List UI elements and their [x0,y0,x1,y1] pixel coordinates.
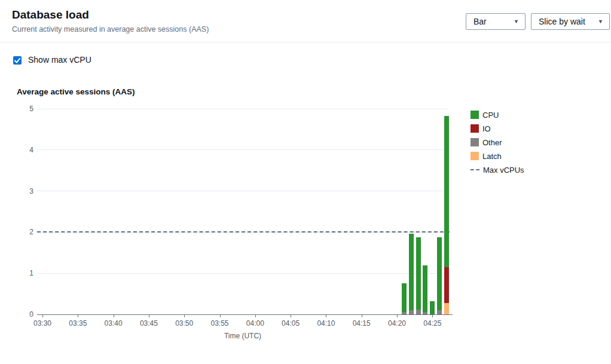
legend-label: IO [482,124,491,133]
legend-swatch-icon [471,111,479,119]
y-tick-label: 4 [17,146,33,154]
bar-segment-cpu[interactable] [409,234,414,310]
header-divider [0,42,611,42]
x-tick-label: 04:20 [384,319,410,328]
x-tick-label: 03:30 [29,319,56,328]
page-title: Database load [12,8,89,22]
bar-segment-cpu[interactable] [416,237,421,310]
x-tick [184,315,185,317]
y-tick-label: 3 [17,187,33,195]
x-tick [220,315,221,317]
x-tick [397,315,398,317]
x-tick-label: 04:05 [277,319,304,328]
y-tick-label: 0 [17,310,33,319]
legend-item-cpu[interactable]: CPU [471,111,524,119]
gridline [37,109,448,109]
y-tick-label: 1 [17,269,33,277]
x-tick-label: 04:25 [419,319,445,328]
x-tick-label: 03:50 [171,319,197,328]
y-tick-label: 5 [17,105,33,113]
aas-load-chart: 01234503:3003:3503:4003:4503:5003:5504:0… [37,109,448,314]
legend-item-max-vcpus[interactable]: Max vCPUs [471,166,524,174]
x-axis-title: Time (UTC) [37,332,448,340]
check-icon [13,56,22,65]
bar-segment-cpu[interactable] [437,237,442,310]
legend-item-latch[interactable]: Latch [471,152,524,160]
page-subtitle: Current activity measured in average act… [12,25,209,33]
chart-type-value: Bar [473,17,487,26]
legend-swatch-icon [471,138,479,146]
bar-segment-cpu[interactable] [444,116,449,267]
x-tick-label: 03:55 [207,319,233,328]
bar-segment-latch[interactable] [444,303,449,314]
slice-by-dropdown[interactable]: Slice by wait ▼ [531,13,610,30]
database-load-panel: { "header": { "title": "Database load", … [0,0,611,364]
bar-segment-other[interactable] [437,310,442,314]
x-tick [114,315,114,317]
x-tick [326,315,326,317]
chart-legend: CPUIOOtherLatchMax vCPUs [471,111,524,179]
x-tick-label: 04:00 [242,319,268,328]
gridline [37,273,448,274]
bar-segment-cpu[interactable] [430,301,435,314]
x-axis-line [37,314,453,315]
slice-by-value: Slice by wait [539,17,585,26]
legend-label: Max vCPUs [483,166,524,175]
x-tick [78,315,78,317]
gridline [37,149,448,150]
x-tick [149,315,149,317]
bar-segment-other[interactable] [416,310,421,314]
bar-segment-cpu[interactable] [402,283,407,311]
chevron-down-icon: ▼ [598,19,603,25]
bar-segment-cpu[interactable] [423,265,427,312]
x-tick-label: 03:40 [100,319,127,328]
dashed-line-icon [471,169,479,170]
x-tick [291,315,291,317]
legend-swatch-icon [471,152,479,160]
chevron-down-icon: ▼ [514,19,519,25]
bar-segment-other[interactable] [402,312,407,314]
x-tick [362,315,362,317]
legend-item-other[interactable]: Other [471,138,524,146]
bar-segment-io[interactable] [444,267,449,303]
x-tick-label: 04:15 [349,319,375,328]
show-max-vcpu-checkbox[interactable] [13,56,22,65]
x-tick [255,315,256,317]
legend-item-io[interactable]: IO [471,124,524,133]
legend-swatch-icon [471,124,479,133]
bar-segment-other[interactable] [423,312,427,314]
x-tick-label: 03:35 [65,319,91,328]
x-tick [432,315,433,317]
chart-title: Average active sessions (AAS) [17,87,135,96]
legend-label: Other [482,138,502,147]
show-max-vcpu-label[interactable]: Show max vCPU [28,55,91,65]
bar-segment-other[interactable] [409,310,414,314]
gridline [37,191,448,191]
max-vcpus-line [37,231,450,233]
x-tick [42,315,43,317]
chart-type-dropdown[interactable]: Bar ▼ [466,13,526,30]
legend-label: CPU [482,111,499,120]
y-tick-label: 2 [17,228,33,236]
x-tick-label: 03:45 [136,319,162,328]
x-tick-label: 04:10 [313,319,339,328]
legend-label: Latch [482,152,502,161]
